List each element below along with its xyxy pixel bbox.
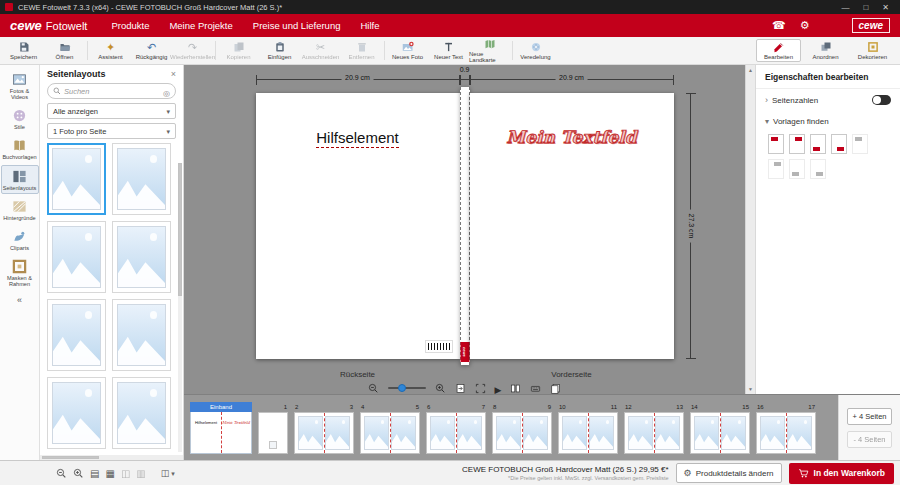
layout-thumb[interactable] [112,221,171,293]
column-view-icon[interactable] [136,468,145,479]
back-cover-page[interactable]: Hilfselement [256,93,460,359]
remove-pages-button[interactable]: - 4 Seiten [847,431,891,448]
grid-view-icon[interactable] [105,468,114,479]
new-text-button[interactable]: Neuer Text [428,37,469,64]
spread-thumb[interactable] [360,412,420,454]
layout-search-input[interactable]: Suchen [47,83,176,99]
layouts-hscrollbar[interactable] [40,455,183,460]
cover-thumb[interactable]: Einband Hilfselement Mein Textfeld [190,402,252,454]
scroll-up-icon[interactable] [748,67,753,73]
text-template-thumb[interactable] [852,134,868,154]
zoom-slider[interactable] [388,387,426,389]
sidebar-item-masken-rahmen[interactable]: Masken & Rahmen [1,255,39,290]
spread-thumb[interactable] [690,412,750,454]
filter-all-dropdown[interactable]: Alle anzeigen [47,103,176,119]
fit-page-icon[interactable] [455,383,466,394]
fullscreen-icon[interactable] [475,383,486,394]
copy-button[interactable]: Kopieren [218,37,259,64]
spread-view-icon[interactable] [121,468,130,479]
cut-button[interactable]: Ausschneiden [300,37,341,64]
sidebar-item-stile[interactable]: Stile [1,104,39,133]
layout-thumb[interactable] [112,377,171,449]
save-button[interactable]: Speichern [3,37,44,64]
tab-bearbeiten[interactable]: Bearbeiten [756,39,801,62]
helper-text-element[interactable]: Hilfselement [256,129,460,146]
panel-close-icon[interactable] [171,69,176,79]
change-product-details-button[interactable]: Produktdetails ändern [676,463,782,483]
tab-anordnen[interactable]: Anordnen [803,39,848,62]
sidebar-item-cliparts[interactable]: Cliparts [1,225,39,254]
finishing-button[interactable]: Veredelung [515,37,556,64]
text-template-thumb[interactable] [810,159,826,179]
layout-thumb[interactable] [112,299,171,371]
filmstrip-scroll[interactable]: Einband Hilfselement Mein Textfeld 1 23 [184,395,838,460]
zoom-out-icon[interactable] [368,383,379,394]
spread-thumb[interactable] [624,412,684,454]
delete-button[interactable]: Entfernen [341,37,382,64]
spread-view-icon[interactable] [510,383,521,394]
zoom-slider-knob[interactable] [398,384,406,392]
search-filter-icon[interactable] [163,82,170,100]
text-template-thumb[interactable] [810,134,826,154]
pages-stack-icon[interactable] [550,383,561,394]
text-template-thumb[interactable] [789,134,805,154]
spread-thumb[interactable] [558,412,618,454]
layouts-scrollbar[interactable] [178,163,182,452]
spread-thumb[interactable] [756,412,816,454]
text-template-thumb[interactable] [768,159,784,179]
zoom-in-icon[interactable] [435,383,446,394]
page-1-thumb[interactable] [258,412,288,454]
keyboard-icon[interactable] [530,383,541,394]
new-photo-button[interactable]: Neues Foto [387,37,428,64]
assistant-button[interactable]: Assistent [90,37,131,64]
maximize-icon[interactable] [863,3,868,12]
layout-thumb[interactable] [47,221,106,293]
text-template-thumb[interactable] [831,134,847,154]
find-templates-row[interactable]: Vorlagen finden [756,111,900,132]
redo-button[interactable]: Wiederherstellen [172,37,213,64]
zoom-in-icon[interactable] [73,468,84,479]
new-map-button[interactable]: Neue Landkarte [469,37,510,64]
text-field-element[interactable]: Mein Textfeld [470,127,674,147]
minimize-icon[interactable] [841,3,849,12]
layout-thumb[interactable] [47,377,106,449]
sidebar-item-buchvorlagen[interactable]: Buchvorlagen [1,134,39,163]
phone-icon[interactable] [772,20,786,31]
spread-thumb-group: 1213 [624,404,684,454]
add-to-cart-button[interactable]: In den Warenkorb [789,463,894,484]
spread-thumb[interactable] [492,412,552,454]
layout-thumb[interactable] [47,143,106,215]
close-icon[interactable] [882,3,889,12]
view-mode-dropdown[interactable] [161,468,175,478]
menu-produkte[interactable]: Produkte [111,20,149,31]
menu-preise[interactable]: Preise und Lieferung [253,20,341,31]
layout-thumb[interactable] [112,143,171,215]
menu-hilfe[interactable]: Hilfe [360,20,379,31]
front-cover-page[interactable]: Mein Textfeld [470,93,674,359]
layout-thumb[interactable] [47,299,106,371]
paste-button[interactable]: Einfügen [259,37,300,64]
sidebar-item-seitenlayouts[interactable]: Seitenlayouts [1,165,39,194]
tab-dekorieren[interactable]: Dekorieren [850,39,895,62]
collapse-sidebar-icon[interactable] [17,295,22,305]
page-numbers-row[interactable]: Seitenzahlen [756,89,900,111]
photos-per-page-dropdown[interactable]: 1 Foto pro Seite [47,123,176,139]
text-template-thumb[interactable] [789,159,805,179]
gear-icon[interactable] [800,20,810,31]
menubar: cewe Fotowelt Produkte Meine Projekte Pr… [0,14,900,37]
text-template-thumb[interactable] [768,134,784,154]
sidebar-item-fotos-videos[interactable]: Fotos & Videos [1,68,39,103]
canvas-scrollbar[interactable] [745,65,755,394]
menu-meine-projekte[interactable]: Meine Projekte [169,20,232,31]
add-pages-button[interactable]: + 4 Seiten [847,408,893,425]
book-spine[interactable]: cewe [460,87,470,365]
spread-thumb[interactable] [426,412,486,454]
page-numbers-toggle[interactable] [872,95,891,105]
spread-thumb[interactable] [294,412,354,454]
scroll-down-icon[interactable] [748,386,753,392]
sidebar-item-hintergruende[interactable]: Hintergründe [1,195,39,224]
open-button[interactable]: Öffnen [44,37,85,64]
list-view-icon[interactable] [90,468,99,479]
zoom-out-icon[interactable] [56,468,67,479]
undo-button[interactable]: Rückgängig [131,37,172,64]
